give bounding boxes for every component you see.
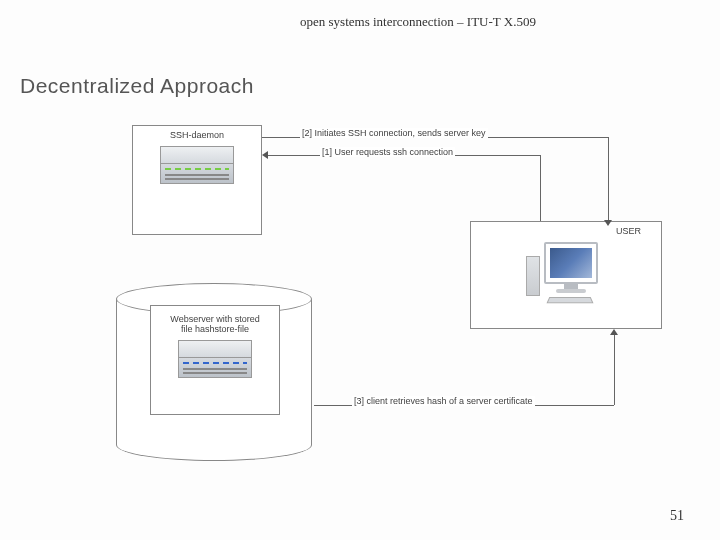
arrow-line <box>540 155 541 221</box>
ssh-daemon-box: SSH-daemon <box>132 125 262 235</box>
webserver-label-2: file hashstore-file <box>151 324 279 334</box>
webserver-box: Webserver with stored file hashstore-fil… <box>150 305 280 415</box>
arrow-left-icon <box>262 151 268 159</box>
arrow-line <box>608 137 609 221</box>
arrow-line <box>614 335 615 405</box>
page-number: 51 <box>670 508 684 524</box>
arrow1-label: [1] User requests ssh connection <box>320 147 455 157</box>
diagram-canvas: SSH-daemon Webserver with stored file ha… <box>120 125 670 465</box>
webserver-label-1: Webserver with stored <box>151 314 279 324</box>
computer-icon <box>526 242 606 306</box>
slide-header: open systems interconnection – ITU-T X.5… <box>300 14 536 30</box>
arrow2-label: [2] Initiates SSH connection, sends serv… <box>300 128 488 138</box>
arrow-down-icon <box>604 220 612 226</box>
server-icon <box>178 340 252 380</box>
user-label: USER <box>471 226 661 236</box>
user-box: USER <box>470 221 662 329</box>
arrow3-label: [3] client retrieves hash of a server ce… <box>352 396 535 406</box>
server-icon <box>160 146 234 186</box>
arrow-up-icon <box>610 329 618 335</box>
ssh-daemon-label: SSH-daemon <box>133 130 261 140</box>
slide-title: Decentralized Approach <box>20 74 254 98</box>
